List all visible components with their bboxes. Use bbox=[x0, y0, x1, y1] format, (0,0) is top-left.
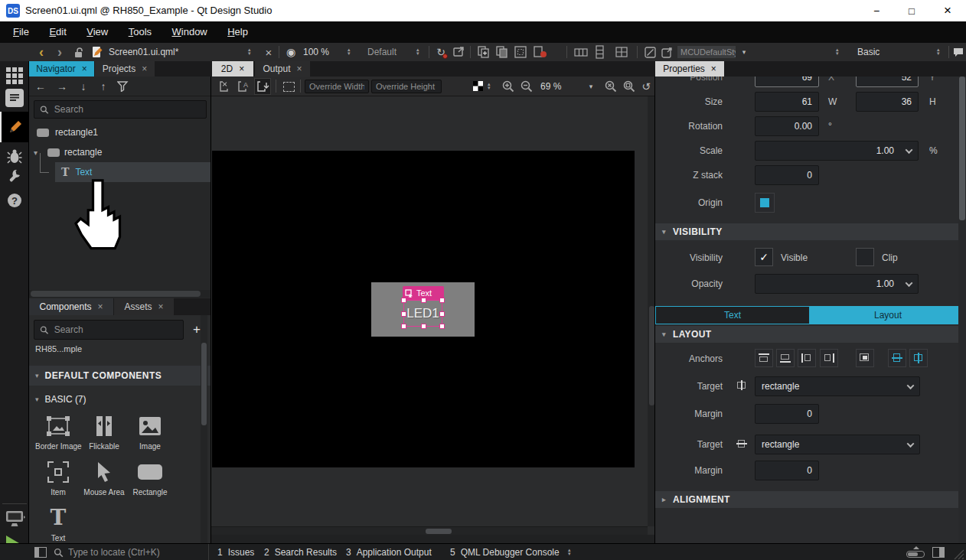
zstack-field[interactable]: 0 bbox=[755, 165, 819, 185]
state-spinner[interactable]: ▴▾ bbox=[416, 47, 419, 55]
tab-close-icon[interactable]: × bbox=[158, 302, 164, 311]
margin1-field[interactable]: 0 bbox=[755, 404, 819, 424]
chevron-down-icon[interactable] bbox=[907, 382, 915, 389]
show-bounds-icon[interactable] bbox=[282, 80, 295, 93]
tab-close-icon[interactable]: × bbox=[239, 64, 244, 73]
tools-icon[interactable] bbox=[6, 167, 23, 185]
tab-assets[interactable]: Assets× bbox=[114, 298, 174, 315]
anchor-right-button[interactable] bbox=[820, 349, 838, 367]
help-icon[interactable]: ? bbox=[6, 191, 23, 210]
components-search-input[interactable] bbox=[54, 324, 178, 335]
section-default-components[interactable]: ▾ DEFAULT COMPONENTS bbox=[29, 366, 211, 386]
menu-edit[interactable]: Edit bbox=[41, 21, 74, 43]
state-selector[interactable]: Default bbox=[367, 43, 397, 61]
row-layout-icon[interactable] bbox=[573, 47, 589, 57]
design-mode-active[interactable] bbox=[0, 112, 29, 142]
chevron-down-icon[interactable] bbox=[907, 440, 915, 448]
menu-tools[interactable]: Tools bbox=[120, 21, 160, 43]
style-dropdown-icon[interactable]: ▾ bbox=[738, 45, 750, 59]
anchor-bottom-button[interactable] bbox=[776, 349, 795, 367]
override-width-input[interactable] bbox=[309, 82, 364, 91]
bounding-rect-icon[interactable] bbox=[513, 46, 528, 58]
reset-view-icon[interactable]: ↺ bbox=[638, 77, 654, 96]
menu-help[interactable]: Help bbox=[219, 21, 256, 43]
pane-qml-debugger-console[interactable]: 5 QML Debugger Console bbox=[450, 544, 560, 560]
tab-components[interactable]: Components× bbox=[29, 298, 113, 315]
layout-section-header[interactable]: ▾ LAYOUT bbox=[655, 326, 958, 343]
selection-handle[interactable] bbox=[421, 324, 426, 329]
theme-selector[interactable]: Basic bbox=[857, 43, 880, 61]
comment-icon[interactable] bbox=[952, 46, 964, 58]
sync-icon[interactable]: ↻ bbox=[433, 43, 449, 61]
grid-layout-icon[interactable] bbox=[614, 46, 629, 58]
canvas-hscrollbar[interactable] bbox=[211, 526, 648, 535]
document-spinner[interactable]: ▴▾ bbox=[248, 47, 251, 55]
theme-spinner-right[interactable]: ▴▾ bbox=[937, 47, 940, 55]
section-basic[interactable]: ▾ BASIC (7) bbox=[29, 390, 211, 409]
run-preview-icon[interactable]: ◉ bbox=[283, 43, 299, 61]
size-w-field[interactable]: 61 bbox=[755, 92, 819, 112]
navigator-search-field[interactable] bbox=[34, 100, 207, 119]
properties-vscrollbar[interactable] bbox=[958, 77, 966, 543]
welcome-mode-icon[interactable] bbox=[6, 67, 23, 84]
tree-item-rectangle1[interactable]: rectangle1 bbox=[29, 122, 211, 142]
module-name[interactable]: RH85...mple bbox=[35, 344, 82, 353]
clip-checkbox[interactable] bbox=[856, 248, 874, 266]
target1-dropdown[interactable]: rectangle bbox=[755, 376, 920, 396]
navigator-hscrollbar[interactable] bbox=[29, 290, 211, 298]
tab-close-icon[interactable]: × bbox=[711, 64, 716, 73]
alignment-section-header[interactable]: ▸ ALIGNMENT bbox=[655, 491, 958, 508]
debug-mode-icon[interactable] bbox=[6, 148, 23, 166]
document-name[interactable]: Screen01.ui.qml* bbox=[109, 43, 178, 61]
visibility-section-header[interactable]: ▾ VISIBILITY bbox=[655, 223, 958, 240]
text-element-selection[interactable]: Text LED1 bbox=[403, 300, 442, 327]
move-up-icon[interactable]: ↑ bbox=[95, 77, 112, 96]
navigator-search-input[interactable] bbox=[54, 104, 201, 115]
filter-icon[interactable] bbox=[115, 80, 130, 93]
preview-zoom-spinner[interactable]: ▴▾ bbox=[348, 47, 351, 55]
anchor-fill-button[interactable] bbox=[856, 349, 874, 367]
tab-close-icon[interactable]: × bbox=[82, 64, 87, 73]
forward-icon[interactable]: › bbox=[52, 43, 67, 61]
tab-close-icon[interactable]: × bbox=[142, 64, 147, 73]
target2-dropdown[interactable]: rectangle bbox=[755, 435, 920, 454]
tree-item-rectangle[interactable]: ▾ rectangle bbox=[29, 142, 211, 162]
locator-field[interactable] bbox=[54, 544, 198, 560]
anchor-top-button[interactable] bbox=[755, 349, 773, 367]
move-left-icon[interactable]: ← bbox=[32, 77, 49, 96]
zoom-selection-icon[interactable] bbox=[603, 80, 618, 93]
close-button[interactable]: × bbox=[929, 0, 966, 21]
lock-icon[interactable] bbox=[72, 45, 86, 59]
edit-slash-icon[interactable] bbox=[643, 46, 657, 58]
component-mouse-area[interactable]: Mouse Area bbox=[81, 457, 127, 497]
left-sidebar-toggle-icon[interactable] bbox=[34, 547, 47, 558]
components-search-field[interactable] bbox=[34, 320, 184, 340]
chevron-down-icon[interactable] bbox=[906, 146, 913, 154]
scroll-thumb[interactable] bbox=[649, 306, 654, 405]
scroll-thumb[interactable] bbox=[959, 77, 965, 220]
preview-zoom-level[interactable]: 100 % bbox=[303, 43, 329, 61]
menu-file[interactable]: File bbox=[5, 21, 38, 43]
pane-search-results[interactable]: 2 Search Results bbox=[264, 544, 337, 560]
canvas-vscrollbar[interactable] bbox=[648, 96, 655, 526]
tab-close-icon[interactable]: × bbox=[98, 302, 103, 311]
position-x-field[interactable]: 69 bbox=[755, 77, 819, 87]
menu-view[interactable]: View bbox=[78, 21, 116, 43]
panes-spinner[interactable]: ▴▾ bbox=[568, 548, 571, 555]
zoom-in-icon[interactable] bbox=[501, 80, 516, 93]
chevron-down-icon[interactable] bbox=[906, 279, 913, 287]
zoom-fit-icon[interactable] bbox=[622, 80, 637, 93]
scale-field[interactable]: 1.00 bbox=[755, 141, 919, 161]
override-height-input[interactable] bbox=[376, 82, 437, 91]
origin-button[interactable] bbox=[755, 193, 775, 213]
tab-output[interactable]: Output× bbox=[255, 61, 310, 77]
delete-component-icon[interactable] bbox=[531, 46, 547, 58]
menu-window[interactable]: Window bbox=[164, 21, 216, 43]
selection-handle[interactable] bbox=[401, 324, 406, 329]
tab-navigator[interactable]: Navigator× bbox=[29, 61, 94, 77]
close-document-icon[interactable]: × bbox=[262, 43, 276, 61]
subtab-text[interactable]: Text bbox=[655, 306, 810, 324]
zoom-dropdown-icon[interactable]: ▾ bbox=[585, 77, 597, 96]
visible-checkbox[interactable]: ✓ bbox=[755, 248, 773, 266]
maximize-button[interactable]: □ bbox=[894, 0, 929, 21]
